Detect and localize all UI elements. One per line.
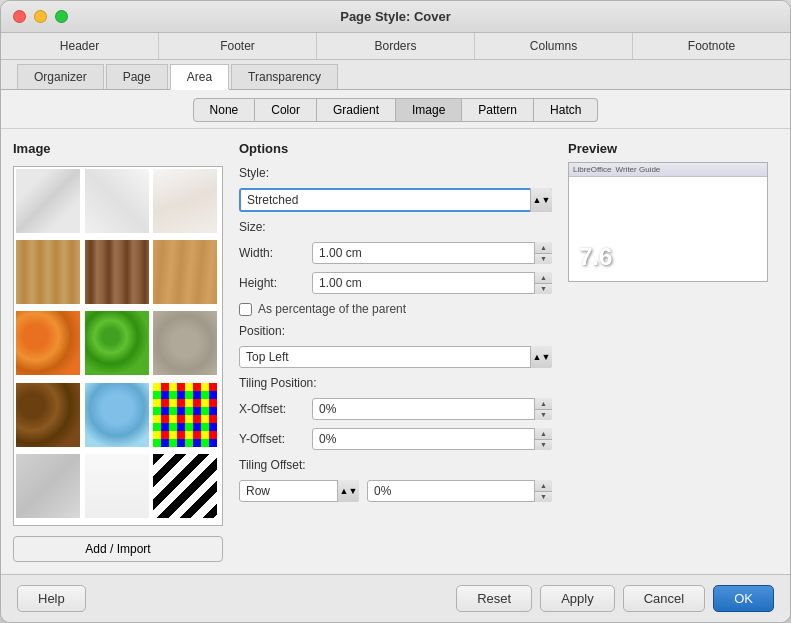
help-button[interactable]: Help xyxy=(17,585,86,612)
image-panel-title: Image xyxy=(13,141,223,156)
preview-version-badge: 7.6 xyxy=(579,243,612,271)
footer: Help Reset Apply Cancel OK xyxy=(1,574,790,622)
type-tabs-row: None Color Gradient Image Pattern Hatch xyxy=(1,90,790,129)
image-cell-4[interactable] xyxy=(85,240,149,304)
add-import-button[interactable]: Add / Import xyxy=(13,536,223,562)
height-spin-up[interactable]: ▲ xyxy=(535,272,552,284)
style-select[interactable]: Stretched Custom Size Keep Ratio Tile Po… xyxy=(239,188,552,212)
type-tab-image[interactable]: Image xyxy=(396,98,462,122)
type-tab-color[interactable]: Color xyxy=(255,98,317,122)
tiling-offset-input[interactable] xyxy=(367,480,552,502)
image-cell-5[interactable] xyxy=(153,240,217,304)
image-cell-3[interactable] xyxy=(16,240,80,304)
preview-title: Preview xyxy=(568,141,778,156)
apply-button[interactable]: Apply xyxy=(540,585,615,612)
tiling-offset-row: Row Column ▲▼ ▲ ▼ xyxy=(239,480,552,502)
tab-area[interactable]: Area xyxy=(170,64,229,90)
tab-header[interactable]: Header xyxy=(1,33,159,59)
width-spin-up[interactable]: ▲ xyxy=(535,242,552,254)
tiling-offset-label: Tiling Offset: xyxy=(239,458,306,472)
tab-borders[interactable]: Borders xyxy=(317,33,475,59)
tab-organizer[interactable]: Organizer xyxy=(17,64,104,89)
window-title: Page Style: Cover xyxy=(340,9,451,24)
width-spin-arrows: ▲ ▼ xyxy=(534,242,552,264)
type-tab-none[interactable]: None xyxy=(193,98,256,122)
percentage-row: As percentage of the parent xyxy=(239,302,552,316)
tab-page[interactable]: Page xyxy=(106,64,168,89)
tiling-offset-spin-arrows: ▲ ▼ xyxy=(534,480,552,502)
image-cell-8[interactable] xyxy=(153,311,217,375)
options-section: Options Style: Stretched Custom Size Kee… xyxy=(239,141,552,502)
image-cell-13[interactable] xyxy=(85,454,149,518)
type-tab-pattern[interactable]: Pattern xyxy=(462,98,534,122)
y-offset-spin-up[interactable]: ▲ xyxy=(535,428,552,440)
tab-footnote[interactable]: Footnote xyxy=(633,33,790,59)
style-select-wrapper: Stretched Custom Size Keep Ratio Tile Po… xyxy=(239,188,552,212)
width-spin-down[interactable]: ▼ xyxy=(535,254,552,265)
tab-footer[interactable]: Footer xyxy=(159,33,317,59)
preview-bar: LibreOffice Writer Guide xyxy=(569,163,767,177)
image-cell-14[interactable] xyxy=(153,454,217,518)
image-cell-1[interactable] xyxy=(85,169,149,233)
tiling-row-select[interactable]: Row Column xyxy=(239,480,359,502)
maximize-button[interactable] xyxy=(55,10,68,23)
tiling-offset-spin-down[interactable]: ▼ xyxy=(535,492,552,503)
close-button[interactable] xyxy=(13,10,26,23)
preview-version-text: 7.6 xyxy=(579,243,612,270)
position-label-row: Position: xyxy=(239,324,552,338)
main-window: Page Style: Cover Header Footer Borders … xyxy=(0,0,791,623)
preview-overlay: LibreOffice Writer Guide 7.6 xyxy=(569,163,767,281)
percentage-label: As percentage of the parent xyxy=(258,302,406,316)
tiling-offset-spin-up[interactable]: ▲ xyxy=(535,480,552,492)
image-cell-7[interactable] xyxy=(85,311,149,375)
title-bar: Page Style: Cover xyxy=(1,1,790,33)
height-spin-down[interactable]: ▼ xyxy=(535,284,552,295)
image-cell-10[interactable] xyxy=(85,383,149,447)
height-spin-wrapper: ▲ ▼ xyxy=(312,272,552,294)
image-cell-12[interactable] xyxy=(16,454,80,518)
x-offset-row: X-Offset: ▲ ▼ xyxy=(239,398,552,420)
minimize-button[interactable] xyxy=(34,10,47,23)
x-offset-spin-down[interactable]: ▼ xyxy=(535,410,552,421)
tab-transparency[interactable]: Transparency xyxy=(231,64,338,89)
height-input[interactable] xyxy=(312,272,552,294)
position-select-wrapper: Top Left Top Center Top Right Center ▲▼ xyxy=(239,346,552,368)
y-offset-input[interactable] xyxy=(312,428,552,450)
image-grid xyxy=(13,166,223,526)
x-offset-spin-up[interactable]: ▲ xyxy=(535,398,552,410)
y-offset-spin-wrapper: ▲ ▼ xyxy=(312,428,552,450)
content-area: Image Add / Import xyxy=(1,129,790,574)
ok-button[interactable]: OK xyxy=(713,585,774,612)
tiling-offset-spin-wrapper: ▲ ▼ xyxy=(367,480,552,502)
footer-left: Help xyxy=(17,585,86,612)
preview-app-name: LibreOffice xyxy=(573,165,612,174)
x-offset-input[interactable] xyxy=(312,398,552,420)
image-cell-0[interactable] xyxy=(16,169,80,233)
width-input[interactable] xyxy=(312,242,552,264)
position-select[interactable]: Top Left Top Center Top Right Center xyxy=(239,346,552,368)
height-label: Height: xyxy=(239,276,304,290)
type-tab-hatch[interactable]: Hatch xyxy=(534,98,598,122)
tab-columns[interactable]: Columns xyxy=(475,33,633,59)
image-cell-9[interactable] xyxy=(16,383,80,447)
position-label: Position: xyxy=(239,324,304,338)
tiling-offset-label-row: Tiling Offset: xyxy=(239,458,552,472)
tiling-position-label: Tiling Position: xyxy=(239,376,317,390)
image-cell-2[interactable] xyxy=(153,169,217,233)
image-cell-6[interactable] xyxy=(16,311,80,375)
y-offset-label: Y-Offset: xyxy=(239,432,304,446)
percentage-checkbox[interactable] xyxy=(239,303,252,316)
preview-panel: Preview LibreOffice Writer Guide 7.6 xyxy=(568,141,778,562)
options-panel: Options Style: Stretched Custom Size Kee… xyxy=(239,141,552,562)
y-offset-row: Y-Offset: ▲ ▼ xyxy=(239,428,552,450)
image-cell-11[interactable] xyxy=(153,383,217,447)
tiling-row-select-wrapper: Row Column ▲▼ xyxy=(239,480,359,502)
position-select-row: Top Left Top Center Top Right Center ▲▼ xyxy=(239,346,552,368)
type-tab-gradient[interactable]: Gradient xyxy=(317,98,396,122)
y-offset-spin-down[interactable]: ▼ xyxy=(535,440,552,451)
width-label: Width: xyxy=(239,246,304,260)
style-row: Style: xyxy=(239,166,552,180)
y-offset-spin-arrows: ▲ ▼ xyxy=(534,428,552,450)
cancel-button[interactable]: Cancel xyxy=(623,585,705,612)
reset-button[interactable]: Reset xyxy=(456,585,532,612)
